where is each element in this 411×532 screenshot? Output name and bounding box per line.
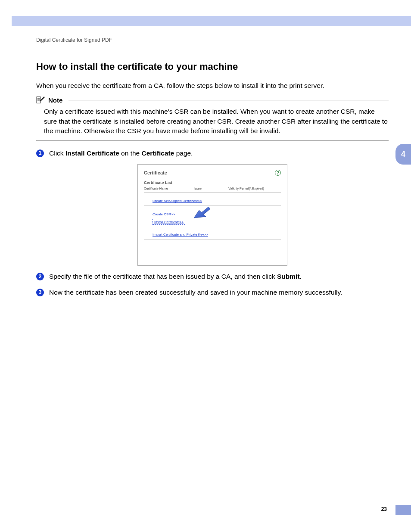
ss-link-create-csr[interactable]: Create CSR>> <box>153 212 175 216</box>
note-rule-bottom <box>36 140 389 141</box>
step-1-pre: Click <box>49 149 65 157</box>
ss-link-install-cert[interactable]: Install Certificate>> <box>154 220 184 224</box>
step-1-text: Click Install Certificate on the Certifi… <box>49 149 193 158</box>
ss-link-self-signed[interactable]: Create Self-Signed Certificate>> <box>153 199 202 203</box>
note-rule-top <box>68 100 389 100</box>
chapter-tab: 4 <box>395 144 411 165</box>
note-pencil-icon <box>36 96 46 104</box>
step-bullet-1: 1 <box>36 149 44 157</box>
ss-col-name: Certificate Name <box>144 187 168 190</box>
step-1-mid: on the <box>119 149 142 157</box>
step-2: 2 Specify the file of the certificate th… <box>36 272 389 281</box>
ss-col-validity: Validity Period(*:Expired) <box>228 187 264 190</box>
page-content: Digital Certificate for Signed PDF How t… <box>36 37 389 297</box>
ss-panel-title: Certificate <box>144 170 167 175</box>
step-3-text: Now the certificate has been created suc… <box>49 288 342 297</box>
pointer-arrow-icon <box>193 207 210 220</box>
step-1-bold2: Certificate <box>142 149 174 157</box>
step-bullet-2: 2 <box>36 273 44 280</box>
ss-subtitle: Certificate List <box>144 180 281 185</box>
embedded-screenshot: Certificate ? Certificate List Certifica… <box>137 164 287 266</box>
step-2-bold: Submit <box>277 273 300 280</box>
page-number: 23 <box>381 506 387 512</box>
ss-column-headers: Certificate Name Issuer Validity Period(… <box>144 187 281 193</box>
breadcrumb: Digital Certificate for Signed PDF <box>36 37 389 43</box>
note-body: Only a certificate issued with this mach… <box>36 107 389 136</box>
footer-accent <box>395 505 411 515</box>
step-2-text: Specify the file of the certificate that… <box>49 272 302 281</box>
step-1-post: page. <box>174 149 193 157</box>
note-block: Note Only a certificate issued with this… <box>36 96 389 140</box>
step-bullet-3: 3 <box>36 289 44 296</box>
header-accent-bar <box>12 16 411 26</box>
page-heading: How to install the certificate to your m… <box>36 61 389 72</box>
intro-paragraph: When you receive the certificate from a … <box>36 81 389 90</box>
step-2-pre: Specify the file of the certificate that… <box>49 273 277 280</box>
ss-link-import-key[interactable]: Import Certificate and Private Key>> <box>153 233 208 236</box>
help-icon[interactable]: ? <box>275 170 281 176</box>
step-2-post: . <box>300 273 302 280</box>
step-1-bold1: Install Certificate <box>65 149 119 157</box>
step-1: 1 Click Install Certificate on the Certi… <box>36 149 389 158</box>
step-3: 3 Now the certificate has been created s… <box>36 288 389 297</box>
note-label: Note <box>48 96 62 104</box>
ss-col-issuer: Issuer <box>194 187 202 190</box>
svg-rect-0 <box>37 97 40 103</box>
